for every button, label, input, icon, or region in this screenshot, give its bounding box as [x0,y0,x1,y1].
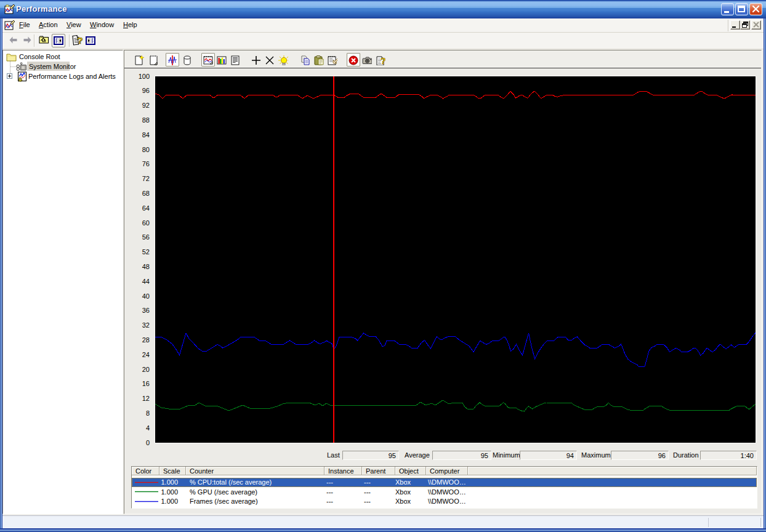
svg-text:?: ? [78,35,83,46]
svg-text:?: ? [381,56,385,65]
